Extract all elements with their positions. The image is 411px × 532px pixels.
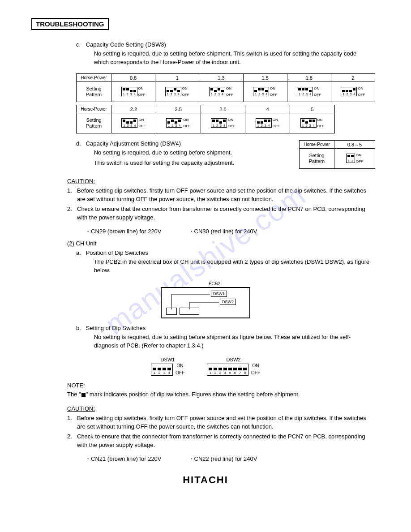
section-2b-desc: No setting is required, due to setting b…: [94, 333, 371, 350]
dip-switch-icon: 1234: [209, 87, 225, 96]
section-2-head: (2) CH Unit: [67, 240, 389, 247]
dip-switch-icon: 1234: [341, 87, 357, 96]
black-square-icon: [81, 393, 86, 397]
dip-switch-icon: 1234: [166, 118, 182, 128]
caution1-item1: Before setting dip switches, firstly tur…: [77, 186, 375, 204]
dip-switch-icon: 1234: [256, 118, 272, 128]
dip-switch-icon: 1234: [300, 118, 317, 128]
dsw3-table-row1: Horse-PowerSetting Pattern0.81234ONOFF11…: [76, 73, 375, 102]
dsw-fig-label: DSW1: [151, 357, 184, 362]
dsw-figures: DSW11234ONOFFDSW212345678ONOFF: [22, 357, 389, 376]
section-c-title: Capacity Code Setting (DSW3): [86, 41, 166, 48]
dsw-fig-label: DSW2: [207, 357, 260, 362]
note-head: NOTE:: [67, 382, 389, 389]
section-2a-letter: a.: [76, 249, 84, 256]
caution2-conn-a: ・CN21 (brown line) for 220V: [85, 455, 162, 463]
section-d: d. Capacity Adjustment Setting (DSW4) No…: [76, 140, 281, 167]
caution1-head: CAUTION:: [67, 178, 389, 184]
dip-switch-icon: 1234: [121, 118, 137, 128]
caution1-list: 1.Before setting dip switches, firstly t…: [67, 186, 375, 222]
section-c-letter: c.: [76, 41, 84, 48]
caution2-conn-b: ・CN22 (red line) for 240V: [188, 455, 257, 463]
dip-switch-icon: 1234: [121, 87, 137, 96]
section-2b: b. Setting of Dip Switches No setting is…: [76, 325, 371, 350]
section-d-title: Capacity Adjustment Setting (DSW4): [86, 140, 181, 147]
caution2-list: 1.Before setting dip switches, firstly t…: [67, 414, 375, 450]
section-2b-title: Setting of Dip Switches: [86, 325, 146, 331]
caution2-item1: Before setting dip switches, firstly tur…: [77, 414, 375, 431]
dsw3-table-row2: Horse-PowerSetting Pattern2.21234ONOFF2.…: [76, 105, 335, 133]
section-c-desc: No setting is required, due to setting b…: [94, 50, 371, 67]
dip-switch-icon: 1234: [211, 118, 227, 128]
page-title: TROUBLESHOOTING: [31, 18, 109, 30]
section-d-letter: d.: [76, 140, 84, 147]
caution1-item2: Check to ensure that the connector from …: [77, 205, 375, 222]
section-c: c. Capacity Code Setting (DSW3) No setti…: [76, 41, 371, 67]
section-2b-letter: b.: [76, 325, 84, 331]
dip-switch-icon: 1234: [151, 364, 173, 376]
pcb2-label: PCB2: [179, 281, 250, 286]
note-text: The "" mark indicates position of dip sw…: [67, 390, 375, 399]
brand-logo: HITACHI: [22, 474, 389, 486]
caution2-head: CAUTION:: [67, 405, 389, 412]
dip-switch-icon: 12345678: [207, 364, 248, 376]
caution2-item2: Check to ensure that the connector from …: [77, 432, 375, 450]
section-2a-desc: The PCB2 in the electrical box of CH uni…: [94, 258, 371, 275]
caution1-conn-a: ・CN29 (brown line) for 220V: [85, 227, 162, 236]
pcb2-figure: PCB2 DSW1 DSW2: [161, 281, 250, 318]
dip-switch-icon: 1234: [253, 87, 269, 96]
pcb2-dsw1-block: [166, 308, 177, 315]
section-2a-title: Position of Dip Switches: [86, 249, 148, 256]
dsw4-table: Horse-PowerSetting Pattern0.8～512ONOFF: [299, 140, 375, 169]
dip-switch-icon: 12: [346, 154, 355, 163]
dip-switch-icon: 1234: [297, 87, 313, 96]
pcb2-dsw2-block: [180, 308, 199, 315]
caution1-conn-b: ・CN30 (red line) for 240V: [188, 227, 257, 236]
section-2a: a. Position of Dip Switches The PCB2 in …: [76, 249, 371, 275]
section-d-line2: This switch is used for setting the capa…: [94, 159, 281, 167]
dip-switch-icon: 1234: [165, 87, 181, 96]
section-d-line1: No setting is required, due to setting b…: [94, 149, 281, 157]
